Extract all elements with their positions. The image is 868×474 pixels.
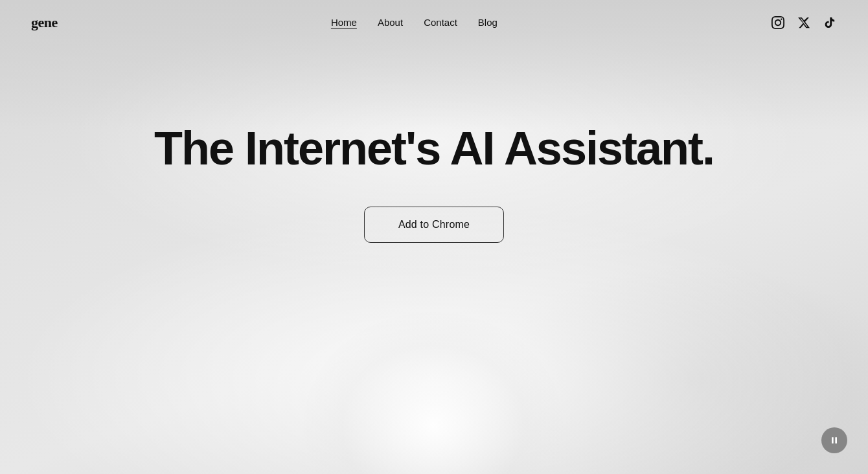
nav-item-about[interactable]: About: [378, 17, 403, 28]
pause-icon: [829, 435, 839, 446]
logo[interactable]: gene: [31, 14, 58, 31]
nav-link-home[interactable]: Home: [331, 17, 357, 28]
nav-links: Home About Contact Blog: [331, 17, 497, 28]
x-twitter-icon[interactable]: [797, 16, 811, 30]
nav-link-contact[interactable]: Contact: [424, 17, 457, 28]
navbar: gene Home About Contact Blog: [0, 0, 868, 45]
nav-link-blog[interactable]: Blog: [478, 17, 497, 28]
nav-item-contact[interactable]: Contact: [424, 17, 457, 28]
nav-social-icons: [771, 16, 837, 30]
instagram-icon[interactable]: [771, 16, 785, 30]
nav-item-blog[interactable]: Blog: [478, 17, 497, 28]
hero-title: The Internet's AI Assistant.: [154, 123, 714, 174]
nav-item-home[interactable]: Home: [331, 17, 357, 28]
nav-link-about[interactable]: About: [378, 17, 403, 28]
pause-button[interactable]: [821, 427, 847, 453]
hero-section: The Internet's AI Assistant. Add to Chro…: [0, 45, 868, 243]
add-to-chrome-button[interactable]: Add to Chrome: [364, 207, 504, 243]
tiktok-icon[interactable]: [823, 16, 837, 30]
